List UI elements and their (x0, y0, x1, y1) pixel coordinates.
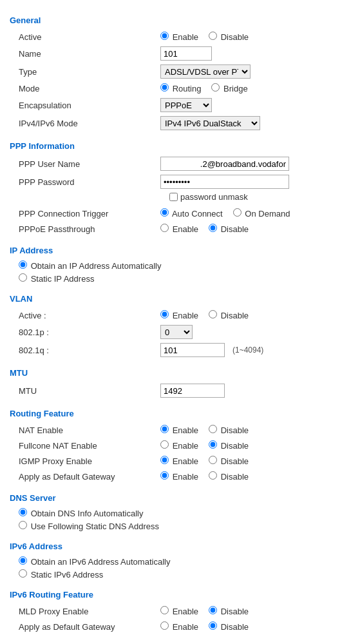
encapsulation-label: Encapsulation (19, 101, 160, 110)
ipv6-static-radio[interactable] (19, 569, 27, 578)
ppp-passthrough-disable-label[interactable]: Disable (209, 224, 249, 234)
mode-bridge-label[interactable]: Bridge (211, 83, 247, 93)
mode-routing-text: Routing (173, 84, 202, 93)
active-disable-label[interactable]: Disable (209, 32, 249, 42)
fullcone-enable-radio[interactable] (160, 440, 169, 449)
ppp-passthrough-disable-radio[interactable] (209, 224, 217, 232)
ip-obtain-auto-label[interactable]: Obtain an IP Address Automatically (19, 260, 161, 271)
vlan-8021q-input[interactable] (160, 343, 225, 357)
ipv6-default-gw-enable-text: Enable (173, 622, 198, 632)
igmp-disable-radio[interactable] (209, 456, 217, 464)
vlan-8021p-select[interactable]: 0 (160, 325, 193, 339)
ipv6-default-gw-disable-radio[interactable] (209, 621, 217, 630)
active-disable-radio[interactable] (209, 32, 217, 40)
nat-disable-radio[interactable] (209, 425, 217, 433)
nat-disable-label[interactable]: Disable (209, 425, 249, 435)
dns-title: DNS Server (10, 493, 350, 503)
mode-bridge-radio[interactable] (211, 83, 220, 92)
vlan-8021q-label: 802.1q : (19, 346, 160, 355)
routing-default-gw-disable-radio[interactable] (209, 471, 217, 480)
nat-enable-label[interactable]: Enable (160, 425, 198, 435)
nat-enable-radio[interactable] (160, 425, 169, 433)
type-select[interactable]: ADSL/VDSL over PTM (160, 64, 251, 79)
vlan-active-disable-label[interactable]: Disable (209, 310, 249, 320)
type-row: Type ADSL/VDSL over PTM (10, 63, 350, 81)
password-unmask-checkbox[interactable] (169, 193, 178, 201)
mode-routing-label[interactable]: Routing (160, 83, 201, 93)
active-enable-text: Enable (173, 32, 198, 42)
vlan-active-disable-radio[interactable] (209, 310, 217, 318)
ip-static-radio[interactable] (19, 273, 27, 282)
ipv6-obtain-auto-label[interactable]: Obtain an IPv6 Address Automatically (19, 556, 170, 567)
ppp-trigger-demand-label[interactable]: On Demand (233, 208, 290, 219)
ppp-passthrough-enable-radio[interactable] (160, 224, 169, 232)
nat-label: NAT Enable (19, 425, 160, 435)
active-enable-label[interactable]: Enable (160, 32, 198, 42)
ipv6-static-label[interactable]: Static IPv6 Address (19, 569, 103, 580)
ipv6-default-gw-disable-label[interactable]: Disable (209, 621, 249, 632)
mode-row: Mode Routing Bridge (10, 81, 350, 96)
ipv6-obtain-auto-radio[interactable] (19, 556, 27, 565)
ipv6-address-section: IPv6 Address Obtain an IPv6 Address Auto… (10, 542, 350, 581)
igmp-disable-text: Disable (221, 456, 249, 466)
dns-obtain-auto-label[interactable]: Obtain DNS Info Automatically (19, 508, 143, 518)
mld-disable-label[interactable]: Disable (209, 606, 249, 616)
fullcone-enable-label[interactable]: Enable (160, 440, 198, 451)
fullcone-disable-label[interactable]: Disable (209, 440, 249, 451)
ipv6-default-gw-row: Apply as Default Gateway Enable Disable (10, 619, 350, 634)
ipv4ipv6-select[interactable]: IPv4 IPv6 DualStack (160, 116, 260, 130)
vlan-8021p-control: 0 (160, 325, 193, 339)
mtu-label: MTU (19, 386, 160, 396)
ppp-password-control (160, 175, 289, 189)
mode-routing-radio[interactable] (160, 83, 169, 92)
ipv6-default-gw-control: Enable Disable (160, 621, 255, 632)
routing-default-gw-label: Apply as Default Gateway (19, 472, 160, 482)
ppp-username-row: PPP User Name (10, 155, 350, 173)
ipv6-routing-section: IPv6 Routing Feature MLD Proxy Enable En… (10, 590, 350, 634)
ip-static-row: Static IP Address (10, 272, 350, 285)
routing-default-gw-disable-label[interactable]: Disable (209, 471, 249, 482)
routing-default-gw-enable-label[interactable]: Enable (160, 471, 198, 482)
ppp-password-input[interactable] (160, 175, 289, 189)
dns-static-label[interactable]: Use Following Static DNS Address (19, 521, 159, 531)
ppp-trigger-auto-radio[interactable] (160, 208, 169, 217)
dns-static-radio[interactable] (19, 521, 27, 529)
igmp-control: Enable Disable (160, 456, 255, 466)
ppp-trigger-auto-text: Auto Connect (172, 209, 223, 219)
ip-static-label[interactable]: Static IP Address (19, 273, 94, 284)
ipv6-default-gw-enable-radio[interactable] (160, 621, 169, 630)
igmp-disable-label[interactable]: Disable (209, 456, 249, 466)
fullcone-disable-radio[interactable] (209, 440, 217, 449)
mld-row: MLD Proxy Enable Enable Disable (10, 603, 350, 619)
general-title: General (10, 15, 350, 25)
mld-enable-label[interactable]: Enable (160, 606, 198, 616)
routing-default-gw-enable-radio[interactable] (160, 471, 169, 480)
encapsulation-select[interactable]: PPPoE (160, 98, 212, 112)
ppp-passthrough-row: PPPoE Passthrough Enable Disable (10, 221, 350, 237)
ip-obtain-auto-text: Obtain an IP Address Automatically (31, 261, 162, 271)
ppp-username-input[interactable] (160, 157, 289, 171)
ipv4ipv6-row: IPv4/IPv6 Mode IPv4 IPv6 DualStack (10, 114, 350, 132)
dns-obtain-auto-row: Obtain DNS Info Automatically (10, 507, 350, 520)
active-enable-radio[interactable] (160, 32, 169, 40)
dns-obtain-auto-radio[interactable] (19, 508, 27, 516)
routing-title: Routing Feature (10, 409, 350, 418)
password-unmask-label: password unmask (180, 192, 248, 202)
vlan-title: VLAN (10, 294, 350, 304)
ppp-trigger-demand-radio[interactable] (233, 208, 242, 217)
vlan-active-enable-radio[interactable] (160, 310, 169, 318)
ppp-passthrough-enable-label[interactable]: Enable (160, 224, 198, 234)
mtu-control (160, 384, 225, 398)
igmp-enable-radio[interactable] (160, 456, 169, 464)
mld-disable-radio[interactable] (209, 606, 217, 614)
vlan-active-enable-label[interactable]: Enable (160, 310, 198, 320)
dns-static-row: Use Following Static DNS Address (10, 520, 350, 532)
name-input[interactable] (160, 46, 212, 61)
mtu-input[interactable] (160, 384, 225, 398)
routing-default-gw-control: Enable Disable (160, 471, 255, 482)
mld-enable-radio[interactable] (160, 606, 169, 614)
ip-obtain-auto-radio[interactable] (19, 260, 27, 269)
ppp-trigger-auto-label[interactable]: Auto Connect (160, 208, 223, 219)
igmp-enable-label[interactable]: Enable (160, 456, 198, 466)
ipv6-default-gw-enable-label[interactable]: Enable (160, 621, 198, 632)
